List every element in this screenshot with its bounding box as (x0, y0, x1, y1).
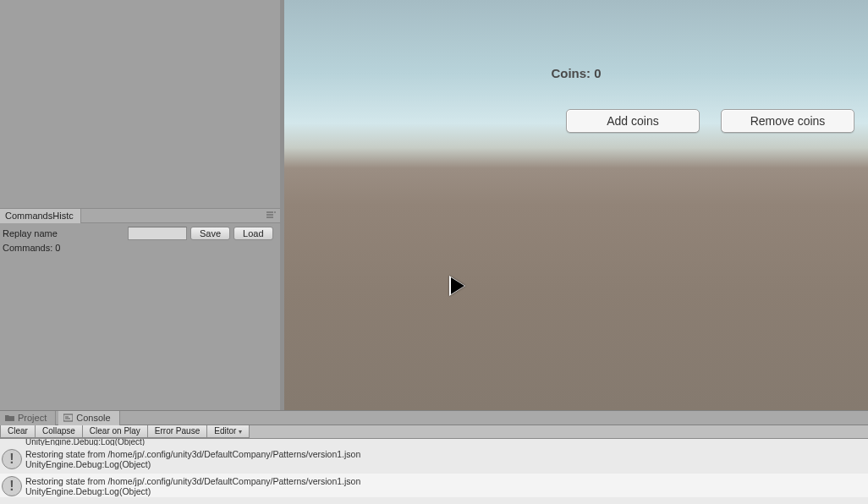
collapse-button[interactable]: Collapse (35, 425, 83, 438)
info-icon (2, 449, 22, 469)
tab-console[interactable]: Console (58, 411, 119, 425)
tab-project-label: Project (18, 413, 47, 423)
console-icon (63, 412, 73, 420)
replay-name-label: Replay name (3, 228, 124, 238)
save-button[interactable]: Save (190, 227, 230, 240)
remove-coins-button[interactable]: Remove coins (721, 109, 854, 133)
bottom-tab-bar: Project Console (0, 410, 868, 425)
commands-count-label: Commands: 0 (3, 243, 60, 253)
info-icon (2, 476, 22, 496)
editor-dropdown[interactable]: Editor (206, 425, 249, 438)
play-cursor-icon (451, 277, 464, 294)
svg-rect-4 (63, 414, 73, 421)
replay-name-input[interactable] (128, 227, 187, 240)
inspector-panel: CommandsHistc Replay name Save Load Comm… (0, 0, 280, 410)
tab-console-label: Console (76, 413, 110, 423)
log-text: Restoring state from /home/jp/.config/un… (25, 448, 865, 469)
svg-point-3 (274, 211, 276, 213)
error-pause-button[interactable]: Error Pause (147, 425, 207, 438)
inspector-empty-area (0, 0, 280, 208)
tab-commands-history[interactable]: CommandsHistc (0, 209, 81, 223)
clear-button[interactable]: Clear (0, 425, 36, 438)
game-view: Coins: 0 Add coins Remove coins (284, 0, 868, 410)
console-toolbar: Clear Collapse Clear on Play Error Pause… (0, 425, 868, 439)
load-button[interactable]: Load (233, 227, 272, 240)
panel-options-icon[interactable] (265, 211, 277, 222)
clear-on-play-button[interactable]: Clear on Play (82, 425, 148, 438)
console-log-list[interactable]: UnityEngine.Debug:Log(Object) Restoring … (0, 439, 868, 504)
coins-counter-label: Coins: 0 (284, 66, 868, 80)
log-entry[interactable]: Restoring state from /home/jp/.config/un… (0, 474, 868, 497)
add-coins-button[interactable]: Add coins (566, 109, 700, 133)
folder-icon (5, 412, 14, 420)
inspector-tab-bar: CommandsHistc (0, 208, 280, 223)
log-line-partial: UnityEngine.Debug:Log(Object) (0, 439, 868, 446)
log-entry[interactable]: Restoring state from /home/jp/.config/un… (0, 446, 868, 470)
tab-project[interactable]: Project (0, 411, 56, 425)
log-text: Restoring state from /home/jp/.config/un… (25, 475, 865, 496)
